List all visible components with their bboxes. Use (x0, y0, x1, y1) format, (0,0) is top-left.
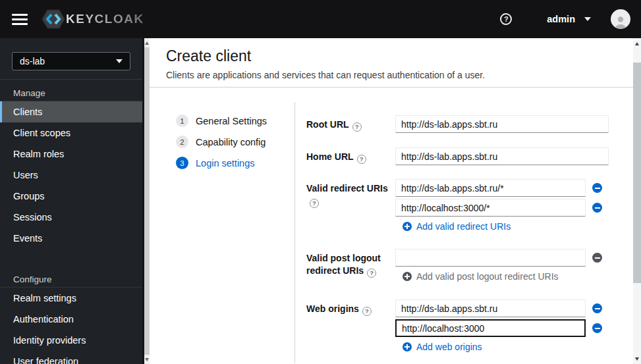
sidebar-item-label: Realm settings (13, 293, 76, 303)
help-glyph: ? (504, 15, 509, 23)
sidebar-item-user-federation[interactable]: User federation (0, 351, 142, 364)
help-icon[interactable]: ? (500, 13, 512, 25)
valid-redirect-uris-label: Valid redirect URIs? (306, 179, 395, 208)
masthead: KEYCLOAK ? admin (0, 0, 641, 38)
root-url-input[interactable] (395, 115, 609, 133)
main-scrollbar-thumb[interactable] (633, 63, 641, 283)
valid-post-logout-redirect-uris-label: Valid post logout redirect URIs? (306, 249, 395, 278)
home-url-label: Home URL? (306, 147, 395, 164)
sidebar-item-sessions[interactable]: Sessions (0, 207, 142, 228)
login-settings-form: Root URL? Home URL? Valid redirect URIs? (306, 115, 616, 352)
sidebar-item-label: Identity providers (13, 335, 86, 346)
remove-web-origin-button-1[interactable] (592, 323, 602, 333)
wizard-steps: 1 General Settings 2 Capability config 3… (176, 115, 267, 178)
add-link-label: Add valid redirect URIs (416, 221, 511, 232)
wizard-step-capability-config[interactable]: 2 Capability config (176, 136, 267, 148)
sidebar-item-label: User federation (13, 356, 78, 364)
main-content: Create client Clients are applications a… (150, 38, 633, 364)
sidebar-item-authentication[interactable]: Authentication (0, 309, 142, 330)
keycloak-logo[interactable]: KEYCLOAK (42, 9, 144, 29)
chevron-down-icon (584, 17, 591, 21)
add-link-label: Add valid post logout redirect URIs (416, 271, 559, 282)
plus-icon (403, 222, 412, 231)
scroll-down-icon[interactable] (144, 355, 150, 364)
username: admin (547, 14, 575, 24)
sidebar-item-label: Realm roles (13, 149, 64, 159)
help-icon[interactable]: ? (362, 307, 372, 316)
sidebar-item-events[interactable]: Events (0, 228, 142, 249)
page-subtitle: Clients are applications and services th… (166, 70, 633, 80)
help-icon[interactable]: ? (367, 269, 376, 278)
nav-section-title-manage: Manage (0, 80, 142, 101)
chevron-down-icon (116, 59, 123, 63)
realm-selector[interactable]: ds-lab (12, 52, 130, 70)
sidebar-item-label: Clients (13, 107, 42, 117)
sidebar-item-groups[interactable]: Groups (0, 186, 142, 207)
remove-redirect-uri-button-1[interactable] (592, 203, 602, 213)
wizard-divider (294, 102, 295, 363)
scroll-down-icon[interactable] (633, 353, 641, 364)
user-menu[interactable]: admin (547, 14, 591, 24)
sidebar-item-label: Groups (13, 191, 45, 201)
sidebar-item-client-scopes[interactable]: Client scopes (0, 122, 142, 143)
wizard-step-general-settings[interactable]: 1 General Settings (176, 115, 267, 127)
scroll-up-icon[interactable] (633, 38, 641, 49)
wizard-step-login-settings[interactable]: 3 Login settings (176, 157, 267, 169)
remove-web-origin-button-0[interactable] (592, 303, 602, 313)
sidebar-item-identity-providers[interactable]: Identity providers (0, 330, 142, 351)
redirect-uri-input-0[interactable] (395, 179, 586, 197)
post-logout-redirect-uri-input[interactable] (395, 249, 586, 267)
redirect-uri-input-1[interactable] (395, 199, 586, 217)
sidebar-item-realm-settings[interactable]: Realm settings (0, 288, 142, 309)
step-number: 3 (176, 157, 188, 169)
help-icon[interactable]: ? (310, 199, 319, 208)
web-origin-input-1[interactable] (395, 319, 586, 337)
home-url-input[interactable] (395, 147, 609, 165)
page-header: Create client Clients are applications a… (150, 38, 633, 88)
brand-text: KEYCLOAK (66, 12, 144, 26)
remove-post-logout-uri-button[interactable] (592, 253, 602, 263)
page-title: Create client (166, 47, 633, 65)
web-origins-label: Web origins? (306, 299, 395, 316)
sidebar-item-label: Users (13, 170, 38, 180)
main-scrollbar[interactable] (633, 38, 641, 364)
sidebar-item-users[interactable]: Users (0, 165, 142, 186)
help-icon[interactable]: ? (352, 122, 362, 132)
avatar[interactable] (611, 9, 630, 29)
web-origin-input-0[interactable] (395, 299, 586, 317)
step-label: General Settings (196, 116, 267, 126)
person-icon (613, 14, 628, 29)
add-link-label: Add web origins (416, 342, 482, 352)
step-label: Login settings (196, 158, 254, 169)
sidebar-item-label: Sessions (13, 212, 52, 222)
keycloak-hexagon-icon (42, 9, 65, 29)
sidebar-item-clients[interactable]: Clients (0, 101, 142, 122)
nav-section-title-configure: Configure (0, 266, 142, 288)
sidebar: ds-lab Manage Clients Client scopes Real… (0, 38, 142, 364)
sidebar-scrollbar-track[interactable] (144, 38, 150, 364)
scroll-up-icon[interactable] (144, 38, 150, 47)
sidebar-item-label: Authentication (13, 314, 74, 325)
sidebar-item-realm-roles[interactable]: Realm roles (0, 143, 142, 165)
remove-redirect-uri-button-0[interactable] (592, 183, 602, 193)
help-icon[interactable]: ? (357, 155, 366, 164)
realm-name: ds-lab (20, 56, 45, 66)
sidebar-item-label: Events (13, 233, 42, 244)
add-valid-post-logout-redirect-uris-link[interactable]: Add valid post logout redirect URIs (403, 271, 609, 282)
plus-icon (403, 272, 412, 281)
sidebar-scrollbar-thumb[interactable] (144, 47, 150, 355)
sidebar-scrollbar[interactable] (142, 38, 150, 364)
root-url-label: Root URL? (306, 115, 395, 132)
step-number: 1 (176, 115, 188, 127)
hamburger-menu-icon[interactable] (12, 11, 28, 28)
add-web-origins-link[interactable]: Add web origins (403, 342, 609, 352)
add-valid-redirect-uris-link[interactable]: Add valid redirect URIs (403, 221, 609, 232)
plus-icon (403, 342, 412, 351)
step-label: Capability config (196, 137, 265, 147)
step-number: 2 (176, 136, 188, 148)
sidebar-item-label: Client scopes (13, 128, 70, 138)
